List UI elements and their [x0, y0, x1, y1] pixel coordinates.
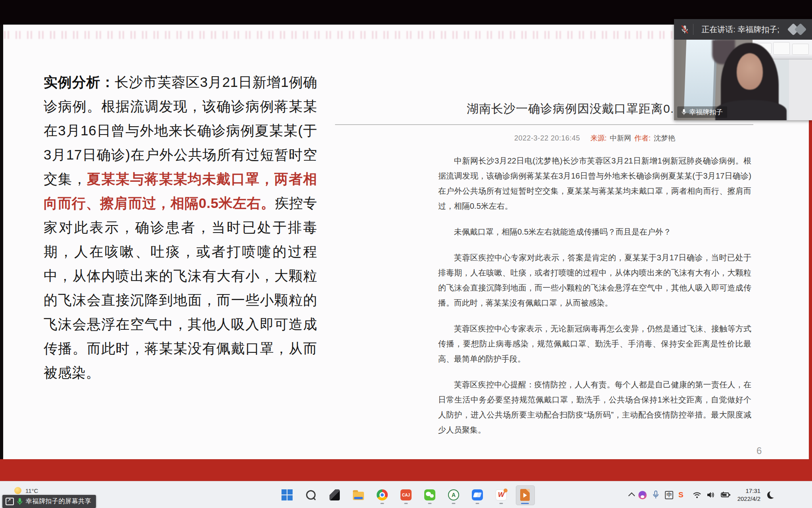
emblem-icon: A [448, 489, 459, 500]
slide-heading: 实例分析： [44, 74, 115, 90]
tray-chevron-up-icon[interactable] [628, 493, 635, 499]
search-icon [306, 490, 316, 500]
participant-name: 幸福牌扣子 [689, 108, 723, 117]
chrome-icon [377, 489, 388, 500]
running-indicator [476, 503, 479, 504]
speaker-icon[interactable] [707, 491, 715, 499]
taskbar-item-presentation-active[interactable] [519, 489, 531, 501]
taskbar-item-wps[interactable]: W [495, 489, 507, 501]
ime-language-icon[interactable]: 中 [665, 491, 673, 499]
sogou-input-icon[interactable]: S [678, 491, 684, 499]
taskbar-item-cajviewer[interactable]: CAJ [400, 489, 412, 501]
qq-tray-icon[interactable] [638, 491, 647, 499]
weather-temperature: 11°C [25, 487, 38, 494]
article-paragraph: 芙蓉区疾控中心提醒：疫情防控，人人有责。每个人都是自己健康的第一责任人，在日常生… [438, 377, 751, 437]
taskbar-item-file-explorer[interactable] [352, 489, 364, 501]
search-button[interactable] [305, 489, 317, 501]
article-body: 中新网长沙3月22日电(沈梦艳)长沙市芙蓉区3月21日新增1例新冠肺炎确诊病例。… [438, 153, 751, 448]
mic-muted-icon[interactable] [680, 24, 690, 35]
video-person-face [737, 53, 763, 90]
taskbar-item-emblem-app[interactable]: A [448, 489, 460, 501]
article-source-label: 来源: [590, 133, 607, 143]
tencent-meeting-icon [472, 489, 483, 500]
tray-clock[interactable]: 17:31 2022/4/2 [737, 487, 760, 503]
screen-share-banner[interactable]: 幸福牌扣子的屏幕共享 [2, 495, 96, 508]
webcam-header: 正在讲话: 幸福牌扣子; [674, 19, 812, 40]
slide-analysis-text: 实例分析：长沙市芙蓉区3月21日新增1例确诊病例。根据流调发现，该确诊病例蒋某某… [44, 70, 317, 385]
taskbar-app-icons: CAJ A W [281, 481, 531, 508]
windows-logo-icon [282, 489, 293, 500]
active-running-indicator [521, 503, 529, 504]
article-datetime: 2022-3-22 20:16:45 [514, 134, 580, 142]
taskbar-weather[interactable]: 11°C [14, 487, 38, 494]
article-title-divider [335, 124, 753, 125]
article-paragraph: 中新网长沙3月22日电(沈梦艳)长沙市芙蓉区3月21日新增1例新冠肺炎确诊病例。… [438, 153, 751, 214]
weather-sun-icon [14, 487, 21, 494]
running-indicator [500, 503, 503, 504]
taskbar-item-reader-app[interactable] [329, 489, 341, 501]
taskbar-item-chrome[interactable] [376, 489, 388, 501]
running-indicator [404, 503, 408, 504]
article-paragraph: 芙蓉区疾控中心专家对此表示，答案是肯定的，夏某某于3月17日确诊，当时已处于排毒… [438, 250, 751, 310]
mic-icon [682, 109, 686, 115]
slide-body-2: 疾控专家对此表示，确诊患者，当时已处于排毒期，人在咳嗽、吐痰，或者打喷嚏的过程中… [44, 195, 317, 380]
slide-page-number: 6 [756, 445, 762, 456]
taskbar: 11°C CAJ [0, 481, 812, 508]
participant-name-tag: 幸福牌扣子 [677, 106, 727, 118]
running-indicator [452, 503, 456, 504]
speaking-now-label: 正在讲话: 幸福牌扣子; [693, 24, 787, 35]
slide-bottom-red-bar [0, 459, 812, 481]
battery-charging-icon[interactable] [720, 491, 731, 499]
article-source: 中新网 [610, 133, 631, 143]
taskbar-item-tencent-meeting[interactable] [471, 489, 483, 501]
screen-share-icon [6, 498, 14, 505]
caj-icon: CAJ [400, 489, 412, 500]
video-shelf-box [792, 44, 809, 55]
wechat-icon [424, 489, 435, 500]
article-title: 湖南长沙一确诊病例因没戴口罩距离0.5 [467, 101, 681, 117]
tray-date: 2022/4/2 [737, 495, 760, 503]
mic-active-icon [17, 498, 23, 506]
video-shelf-box [773, 42, 790, 55]
reader-app-icon [329, 489, 340, 500]
article-author: 沈梦艳 [654, 133, 675, 143]
slide-body-1: 长沙市芙蓉区3月21日新增1例确诊病例。根据流调发现，该确诊病例蒋某某在3月16… [44, 74, 317, 187]
running-indicator [428, 503, 432, 504]
article-paragraph: 芙蓉区疾控中心专家表示，无论新冠病毒再怎么变异，仍然是通过飞沫、接触等方式传播，… [438, 321, 751, 366]
screen: 实例分析：长沙市芙蓉区3月21日新增1例确诊病例。根据流调发现，该确诊病例蒋某某… [0, 0, 812, 508]
article-meta: 2022-3-22 20:16:45 来源: 中新网 作者: 沈梦艳 [438, 133, 751, 143]
microphone-tray-icon[interactable] [652, 490, 660, 500]
wps-icon: W [496, 489, 507, 500]
running-indicator [381, 503, 384, 504]
system-tray: 中 S 17:31 2022/4/2 [628, 481, 775, 508]
folder-icon [353, 492, 364, 500]
taskbar-item-wechat[interactable] [424, 489, 436, 501]
meeting-app-logo-icon [787, 23, 810, 35]
presentation-icon [520, 489, 530, 501]
article-author-label: 作者: [634, 133, 651, 143]
article-paragraph: 未佩戴口罩，相隔0.5米左右就能造成传播吗？而且是在户外？ [438, 224, 751, 239]
screen-share-label: 幸福牌扣子的屏幕共享 [26, 497, 91, 506]
webcam-overlay[interactable]: 正在讲话: 幸福牌扣子; 幸福牌扣子 [674, 19, 812, 120]
wifi-icon[interactable] [693, 491, 701, 499]
do-not-disturb-moon-icon[interactable] [767, 491, 775, 499]
webcam-video[interactable]: 幸福牌扣子 [674, 40, 812, 120]
start-button[interactable] [281, 489, 293, 501]
slide-left-edge [0, 25, 3, 459]
tray-time: 17:31 [737, 487, 760, 495]
